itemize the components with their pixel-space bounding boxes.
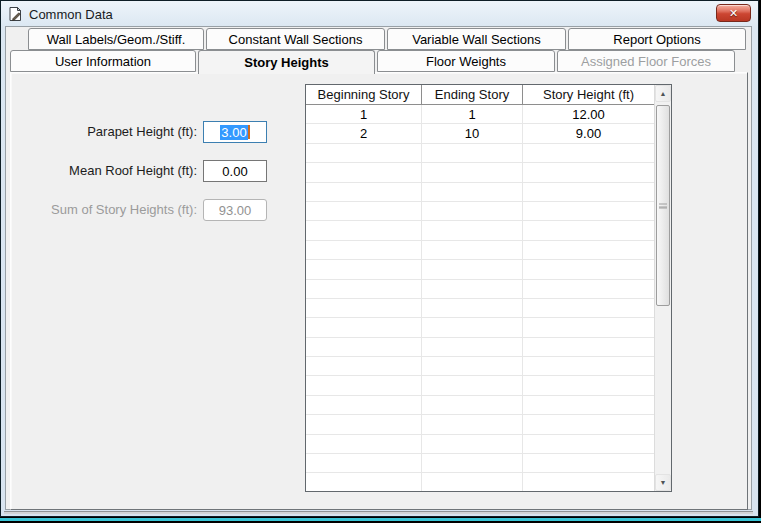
tab-wall-labels-geom-stiff[interactable]: Wall Labels/Geom./Stiff. — [28, 28, 204, 50]
table-cell[interactable]: 10 — [422, 124, 523, 142]
table-cell[interactable] — [422, 299, 523, 317]
tab-story-heights[interactable]: Story Heights — [198, 50, 375, 74]
table-cell[interactable] — [306, 299, 422, 317]
table-cell[interactable] — [523, 454, 654, 472]
window-bottom-edge — [4, 511, 753, 514]
table-cell[interactable] — [523, 202, 654, 220]
table-row[interactable] — [306, 280, 654, 299]
vertical-scrollbar[interactable]: ▲ ▼ — [654, 85, 671, 491]
tab-user-information[interactable]: User Information — [10, 50, 196, 72]
table-cell[interactable] — [306, 376, 422, 394]
table-cell[interactable] — [523, 280, 654, 298]
table-row[interactable]: 2109.00 — [306, 124, 654, 143]
table-cell[interactable] — [523, 338, 654, 356]
table-cell[interactable] — [306, 318, 422, 336]
scroll-up-button[interactable]: ▲ — [655, 85, 671, 102]
table-row[interactable] — [306, 144, 654, 163]
table-cell[interactable] — [523, 435, 654, 453]
table-cell[interactable] — [523, 318, 654, 336]
table-row[interactable]: 1112.00 — [306, 105, 654, 124]
table-cell[interactable] — [422, 221, 523, 239]
table-row[interactable] — [306, 260, 654, 279]
table-row[interactable] — [306, 357, 654, 376]
table-cell[interactable] — [306, 144, 422, 162]
table-cell[interactable] — [523, 415, 654, 433]
table-cell[interactable] — [523, 221, 654, 239]
table-cell[interactable] — [422, 260, 523, 278]
scrollbar-thumb[interactable] — [656, 105, 670, 306]
table-row[interactable] — [306, 318, 654, 337]
table-cell[interactable] — [422, 415, 523, 433]
table-cell[interactable] — [306, 183, 422, 201]
table-cell[interactable] — [306, 221, 422, 239]
table-cell[interactable] — [306, 435, 422, 453]
table-cell[interactable] — [523, 396, 654, 414]
table-cell[interactable] — [523, 357, 654, 375]
table-cell[interactable] — [523, 473, 654, 491]
table-cell[interactable] — [422, 376, 523, 394]
tab-constant-wall-sections[interactable]: Constant Wall Sections — [206, 28, 385, 50]
table-row[interactable] — [306, 202, 654, 221]
table-cell[interactable] — [422, 318, 523, 336]
table-cell[interactable] — [523, 376, 654, 394]
table-cell[interactable] — [306, 241, 422, 259]
table-cell[interactable] — [523, 260, 654, 278]
scroll-down-icon: ▼ — [660, 479, 667, 486]
table-cell[interactable] — [306, 473, 422, 491]
table-cell[interactable] — [306, 357, 422, 375]
mean-roof-height-input[interactable]: 0.00 — [203, 160, 267, 182]
table-row[interactable] — [306, 183, 654, 202]
table-cell[interactable] — [306, 280, 422, 298]
table-cell[interactable] — [306, 163, 422, 181]
table-cell[interactable] — [306, 454, 422, 472]
table-cell[interactable] — [422, 280, 523, 298]
table-cell[interactable] — [422, 202, 523, 220]
table-cell[interactable] — [523, 144, 654, 162]
scroll-down-button[interactable]: ▼ — [655, 474, 671, 491]
table-row[interactable] — [306, 435, 654, 454]
table-cell[interactable] — [306, 396, 422, 414]
table-row[interactable] — [306, 241, 654, 260]
table-cell[interactable] — [422, 454, 523, 472]
table-cell[interactable]: 2 — [306, 124, 422, 142]
table-cell[interactable] — [422, 163, 523, 181]
table-cell[interactable] — [422, 357, 523, 375]
table-cell[interactable]: 9.00 — [523, 124, 654, 142]
table-cell[interactable] — [422, 435, 523, 453]
table-cell[interactable] — [523, 299, 654, 317]
table-row[interactable] — [306, 338, 654, 357]
table-cell[interactable] — [306, 415, 422, 433]
table-cell[interactable]: 12.00 — [523, 105, 654, 123]
table-cell[interactable] — [523, 241, 654, 259]
table-cell[interactable] — [422, 396, 523, 414]
table-cell[interactable] — [422, 473, 523, 491]
table-cell[interactable]: 1 — [306, 105, 422, 123]
table-cell[interactable] — [306, 338, 422, 356]
scrollbar-grip-icon — [659, 203, 667, 208]
window-title: Common Data — [29, 7, 113, 22]
close-button[interactable]: ✕ — [716, 4, 751, 22]
table-row[interactable] — [306, 473, 654, 491]
tab-floor-weights[interactable]: Floor Weights — [377, 50, 555, 72]
table-row[interactable] — [306, 163, 654, 182]
table-cell[interactable] — [523, 163, 654, 181]
table-cell[interactable] — [422, 183, 523, 201]
table-row[interactable] — [306, 299, 654, 318]
title-bar[interactable]: Common Data — [7, 4, 712, 24]
tab-variable-wall-sections[interactable]: Variable Wall Sections — [387, 28, 566, 50]
table-cell[interactable] — [422, 241, 523, 259]
table-row[interactable] — [306, 454, 654, 473]
tab-assigned-floor-forces: Assigned Floor Forces — [557, 50, 735, 72]
table-cell[interactable]: 1 — [422, 105, 523, 123]
table-cell[interactable] — [422, 144, 523, 162]
table-row[interactable] — [306, 221, 654, 240]
table-row[interactable] — [306, 376, 654, 395]
table-cell[interactable] — [523, 183, 654, 201]
table-row[interactable] — [306, 396, 654, 415]
table-cell[interactable] — [422, 338, 523, 356]
parapet-height-input[interactable]: 3.00 — [203, 121, 267, 143]
table-cell[interactable] — [306, 260, 422, 278]
table-cell[interactable] — [306, 202, 422, 220]
table-row[interactable] — [306, 415, 654, 434]
tab-report-options[interactable]: Report Options — [568, 28, 746, 50]
